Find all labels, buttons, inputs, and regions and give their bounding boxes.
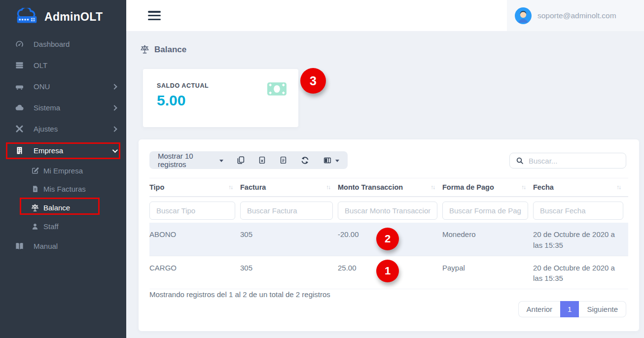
sidebar-toggle-button[interactable] bbox=[148, 11, 161, 20]
main-content: Balance SALDO ACTUAL 5.00 3 Mostrar 10 r… bbox=[126, 31, 644, 338]
caret-down-icon bbox=[335, 160, 339, 162]
sidebar-item-label: Sistema bbox=[34, 103, 60, 112]
server-icon bbox=[14, 61, 25, 70]
cell-fecha: 20 de Octubre de 2020 a las 15:35 bbox=[533, 223, 628, 256]
sort-icon: ↑↓ bbox=[326, 184, 330, 191]
topbar: soporte@adminolt.com bbox=[126, 0, 644, 31]
pagination-page-1[interactable]: 1 bbox=[560, 301, 579, 317]
sidebar-item-label: Mis Facturas bbox=[43, 185, 86, 193]
chevron-down-icon bbox=[112, 147, 118, 152]
copy-button[interactable] bbox=[236, 156, 245, 165]
sidebar-item-mi-empresa[interactable]: Mi Empresa bbox=[0, 162, 126, 180]
annotation-badge-1: 1 bbox=[376, 260, 399, 282]
sidebar-item-ajustes[interactable]: Ajustes bbox=[0, 118, 126, 139]
filter-fecha-input[interactable] bbox=[533, 202, 623, 220]
column-header-monto[interactable]: Monto Transaccion↑↓ bbox=[338, 183, 442, 191]
sidebar-item-label: Mi Empresa bbox=[43, 167, 83, 175]
user-menu[interactable]: soporte@adminolt.com bbox=[507, 0, 644, 31]
balance-scale-icon bbox=[140, 44, 150, 55]
pagination-prev-button[interactable]: Anterior bbox=[518, 301, 561, 317]
invoice-icon bbox=[31, 185, 39, 193]
column-header-forma-pago[interactable]: Forma de Pago↑↓ bbox=[442, 183, 533, 191]
building-icon bbox=[14, 146, 25, 155]
cloud-icon bbox=[14, 103, 25, 112]
page-title: Balance bbox=[140, 44, 186, 55]
saldo-label: SALDO ACTUAL bbox=[157, 82, 209, 89]
balance-icon bbox=[31, 203, 39, 212]
chevron-right-icon bbox=[111, 84, 117, 89]
tools-icon bbox=[14, 124, 25, 134]
sidebar-item-staff[interactable]: Staff bbox=[0, 217, 126, 236]
table-filter-row bbox=[149, 198, 628, 223]
saldo-card: SALDO ACTUAL 5.00 3 bbox=[143, 69, 298, 127]
avatar bbox=[515, 7, 532, 24]
cell-fecha: 20 de Octubre de 2020 a las 15:35 bbox=[533, 256, 628, 289]
sidebar-item-olt[interactable]: OLT bbox=[0, 55, 126, 76]
column-header-fecha[interactable]: Fecha↑↓ bbox=[533, 183, 628, 191]
filter-forma-pago-input[interactable] bbox=[442, 202, 528, 220]
filter-factura-input[interactable] bbox=[240, 202, 333, 220]
table-search bbox=[509, 153, 626, 169]
cell-factura: 305 bbox=[240, 223, 338, 245]
cell-forma-pago: Paypal bbox=[442, 256, 533, 278]
cell-monto: 25.00 1 bbox=[338, 256, 442, 286]
hamburger-icon bbox=[148, 11, 161, 13]
cell-tipo: ABONO bbox=[149, 223, 240, 245]
table-info: Mostrando registros del 1 al 2 de un tot… bbox=[149, 290, 330, 299]
search-icon bbox=[516, 157, 524, 165]
brand[interactable]: AdminOLT bbox=[0, 0, 126, 32]
edit-icon bbox=[31, 167, 39, 175]
column-header-factura[interactable]: Factura↑↓ bbox=[240, 183, 338, 191]
chevron-right-icon bbox=[111, 126, 117, 132]
pagination-next-button[interactable]: Siguiente bbox=[579, 301, 626, 317]
annotation-badge-2: 2 bbox=[376, 228, 399, 250]
user-email: soporte@adminolt.com bbox=[537, 11, 616, 20]
sidebar-item-label: ONU bbox=[34, 82, 50, 91]
filter-monto-input[interactable] bbox=[338, 202, 437, 220]
cell-tipo: CARGO bbox=[149, 256, 240, 278]
sidebar-item-label: Ajustes bbox=[34, 125, 58, 133]
sort-icon: ↑↓ bbox=[430, 184, 434, 191]
table-row: CARGO 305 25.00 1 Paypal 20 de Octubre d… bbox=[149, 256, 628, 290]
search-input[interactable] bbox=[529, 157, 627, 165]
user-icon bbox=[31, 223, 39, 231]
adminolt-logo-icon bbox=[14, 8, 40, 26]
device-icon bbox=[14, 82, 25, 91]
sort-icon: ↑↓ bbox=[616, 184, 620, 191]
table-row: ABONO 305 -20.00 2 Monedero 20 de Octubr… bbox=[149, 223, 628, 256]
sidebar-item-manual[interactable]: Manual bbox=[0, 236, 126, 257]
sidebar-item-mis-facturas[interactable]: Mis Facturas bbox=[0, 180, 126, 198]
sidebar-item-label: Balance bbox=[43, 203, 70, 212]
excel-export-button[interactable] bbox=[258, 156, 266, 165]
sidebar-item-label: Staff bbox=[43, 222, 59, 231]
table-header-row: Tipo↑↓ Factura↑↓ Monto Transaccion↑↓ For… bbox=[149, 178, 628, 197]
saldo-value: 5.00 bbox=[157, 92, 185, 109]
sidebar-item-label: OLT bbox=[34, 61, 47, 69]
page-length-dropdown[interactable]: Mostrar 10 registros bbox=[158, 152, 223, 169]
sidebar-item-onu[interactable]: ONU bbox=[0, 76, 126, 97]
dashboard-icon bbox=[14, 39, 25, 49]
cell-factura: 305 bbox=[240, 256, 338, 278]
table-toolbar: Mostrar 10 registros bbox=[149, 151, 348, 169]
empresa-submenu: Mi Empresa Mis Facturas Balance Staff bbox=[0, 162, 126, 236]
column-visibility-button[interactable] bbox=[322, 156, 339, 165]
brand-title: AdminOLT bbox=[44, 10, 103, 24]
filter-tipo-input[interactable] bbox=[149, 202, 235, 220]
sidebar-item-sistema[interactable]: Sistema bbox=[0, 97, 126, 118]
book-icon bbox=[14, 241, 25, 251]
sidebar-item-empresa[interactable]: Empresa bbox=[0, 139, 126, 162]
column-header-tipo[interactable]: Tipo↑↓ bbox=[149, 183, 240, 191]
sidebar-item-balance[interactable]: Balance bbox=[0, 198, 126, 217]
balance-table-card: Mostrar 10 registros bbox=[139, 139, 639, 331]
table-body: ABONO 305 -20.00 2 Monedero 20 de Octubr… bbox=[149, 223, 628, 289]
chevron-right-icon bbox=[111, 105, 117, 110]
annotation-badge-3: 3 bbox=[300, 68, 326, 94]
file-export-button[interactable] bbox=[279, 156, 287, 165]
sidebar-item-label: Dashboard bbox=[34, 40, 70, 48]
cell-forma-pago: Monedero bbox=[442, 223, 533, 245]
sidebar-item-label: Manual bbox=[34, 242, 58, 250]
sidebar-item-dashboard[interactable]: Dashboard bbox=[0, 34, 126, 55]
refresh-button[interactable] bbox=[300, 156, 310, 165]
caret-down-icon bbox=[219, 160, 223, 162]
sort-icon: ↑↓ bbox=[228, 184, 232, 191]
